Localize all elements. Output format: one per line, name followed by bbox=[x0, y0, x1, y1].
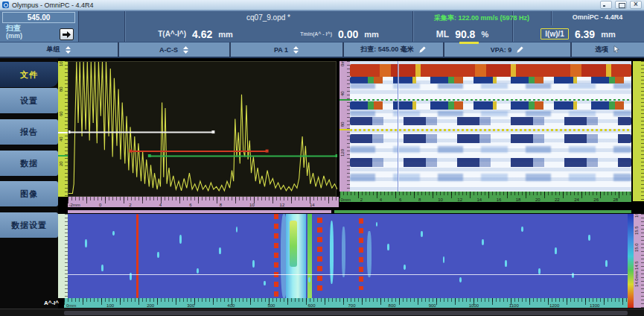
ruler-tick-label: 10 bbox=[438, 197, 443, 202]
sidebar-tab-3[interactable]: 报告 bbox=[0, 119, 58, 145]
bscan-view[interactable] bbox=[350, 61, 631, 192]
cursor-icon[interactable] bbox=[613, 45, 621, 54]
cscan-indication bbox=[290, 221, 297, 267]
ruler-tick-label: 200 bbox=[147, 303, 154, 308]
toolbar-item-5[interactable]: VPA: 9 bbox=[444, 42, 572, 57]
cscan-indication bbox=[387, 244, 389, 250]
reading-thickness-label: T(A^-I^) bbox=[158, 30, 186, 38]
cscan-indication bbox=[421, 231, 423, 237]
ascan-gate-marker-green bbox=[58, 155, 68, 157]
ascan-gate-marker-white bbox=[58, 132, 68, 133]
ruler-tick-label: 500 bbox=[267, 303, 275, 308]
cscan-index-ruler[interactable] bbox=[58, 214, 68, 298]
edit-icon[interactable] bbox=[516, 45, 524, 54]
scan-position-value[interactable]: 545.00 bbox=[2, 12, 75, 23]
minimize-button[interactable] bbox=[600, 1, 612, 9]
toolbar-item-1[interactable]: 单组 bbox=[0, 42, 119, 57]
ruler-tick-label: 14.0mm bbox=[634, 271, 639, 287]
cscan-indication bbox=[219, 247, 221, 254]
cscan-indication bbox=[588, 235, 590, 241]
window-title: Olympus - OmniPC - 4.4R4 bbox=[12, 1, 94, 9]
sidebar-tab-6[interactable]: 数据设置 bbox=[0, 212, 58, 238]
cscan-indication bbox=[197, 268, 199, 274]
cscan-indication bbox=[179, 235, 182, 243]
reading-ml[interactable]: ML 90.8 % bbox=[412, 25, 512, 42]
bscan-x-ruler[interactable]: 0mm246810121416182022242628 bbox=[339, 192, 631, 202]
reading-iw[interactable]: I(w)/1 6.39 mm bbox=[512, 25, 644, 42]
ruler-tick-label: 14 bbox=[310, 203, 315, 207]
cscan-indication bbox=[505, 260, 507, 267]
bscan-band bbox=[350, 158, 631, 167]
close-button[interactable] bbox=[630, 1, 642, 9]
scan-step-button[interactable] bbox=[60, 28, 74, 40]
ascan-x-ruler[interactable]: -2mm02468101214 bbox=[68, 197, 339, 207]
cscan-indication bbox=[252, 260, 255, 268]
title-bar: Olympus - OmniPC - 4.4R4 bbox=[0, 0, 644, 10]
reading-tmin[interactable]: Tmin(A^ - I^) 0.00 mm bbox=[267, 25, 412, 42]
cscan-indication bbox=[367, 231, 371, 277]
cscan-depth-ruler[interactable]: 16.015.515.014.514.0mm bbox=[634, 214, 644, 308]
sidebar-tab-2[interactable]: 设置 bbox=[0, 88, 58, 113]
ascan-amplitude-ruler[interactable]: 10080604020 bbox=[58, 61, 68, 197]
reading-thickness-unit: mm bbox=[218, 30, 233, 39]
cscan-link-strip-pink bbox=[68, 210, 331, 213]
bscan-band bbox=[350, 174, 631, 182]
toolbar-item-3[interactable]: PA 1 bbox=[231, 42, 344, 57]
sidebar-tab-4[interactable]: 数据 bbox=[0, 151, 58, 176]
ruler-tick-label: 100 bbox=[106, 303, 114, 308]
cscan-indication bbox=[605, 260, 608, 267]
toolbar-item-6[interactable]: 选项 bbox=[572, 42, 644, 57]
sidebar-tab-5[interactable]: 图像 bbox=[0, 181, 58, 206]
ruler-tick-label: 15.0 bbox=[634, 244, 639, 253]
ruler-tick-label: 16 bbox=[497, 197, 502, 202]
reading-thickness-value: 4.62 bbox=[192, 28, 212, 40]
scan-position-cell[interactable]: 545.00 扫查 (mm) bbox=[0, 11, 79, 42]
cscan-indication bbox=[376, 222, 378, 227]
bscan-band bbox=[350, 117, 631, 125]
cscan-indication bbox=[85, 239, 87, 247]
ruler-tick-label: 100 bbox=[59, 61, 63, 66]
bscan-index-ruler[interactable] bbox=[633, 61, 644, 201]
gate-pair-label: A^-I^ bbox=[44, 300, 59, 306]
ruler-tick-label: 80 bbox=[340, 121, 345, 127]
ruler-tick-label: 8 bbox=[418, 197, 421, 202]
ruler-tick-label: 600 bbox=[307, 303, 315, 308]
cscan-view[interactable] bbox=[68, 214, 628, 298]
ruler-tick-label: 700 bbox=[348, 303, 356, 308]
toolbar-item-4[interactable]: 扫查: 545.00 毫米 bbox=[344, 42, 444, 57]
ruler-tick-label: 1100 bbox=[509, 303, 519, 308]
toolbar-yellow-marker bbox=[459, 42, 479, 44]
ruler-tick-label: -2mm bbox=[68, 203, 80, 207]
restore-button[interactable] bbox=[615, 1, 627, 9]
reading-thickness[interactable]: T(A^-I^) 4.62 mm bbox=[124, 25, 267, 42]
edit-icon[interactable] bbox=[418, 45, 427, 54]
dropdown-icon[interactable] bbox=[293, 46, 299, 54]
bscan-band bbox=[350, 101, 631, 110]
dropdown-icon[interactable] bbox=[65, 46, 71, 54]
bscan-depth-ruler[interactable]: 0mm4080120 bbox=[339, 61, 350, 192]
app-version: OmniPC - 4.4R4 bbox=[551, 13, 644, 21]
cscan-indication bbox=[264, 281, 266, 285]
reading-ml-label: ML bbox=[436, 29, 449, 40]
ruler-tick-label: 40 bbox=[340, 92, 345, 97]
toolbar-item-label: 单组 bbox=[47, 45, 60, 54]
cscan-index-cursor[interactable] bbox=[68, 274, 628, 275]
ruler-tick-label: 40 bbox=[59, 136, 63, 142]
sidebar-tab-1[interactable]: 文件 bbox=[0, 62, 58, 87]
ruler-tick-label: 4 bbox=[380, 197, 382, 202]
reading-ml-value: 90.8 bbox=[455, 28, 475, 40]
scan-position-unit: (mm) bbox=[6, 32, 22, 40]
bscan-band bbox=[350, 83, 631, 89]
toolbar-item-label: 扫查: 545.00 毫米 bbox=[360, 45, 414, 54]
cscan-x-ruler[interactable]: 0mm1002003004005006007008009001000110012… bbox=[64, 298, 628, 308]
toolbar-item-2[interactable]: A-C-S bbox=[119, 42, 231, 57]
file-name[interactable]: cq07_9.opd * bbox=[124, 13, 412, 22]
toolbar-item-label: A-C-S bbox=[159, 46, 178, 54]
horizontal-scrollbar[interactable] bbox=[0, 309, 644, 316]
ascan-view[interactable] bbox=[68, 61, 337, 197]
dropdown-icon[interactable] bbox=[182, 46, 189, 54]
bscan-scan-cursor[interactable] bbox=[398, 61, 398, 192]
scrollbar-handle[interactable] bbox=[64, 311, 628, 315]
ruler-tick-label: 400 bbox=[227, 303, 235, 308]
cscan-indication bbox=[157, 252, 159, 258]
